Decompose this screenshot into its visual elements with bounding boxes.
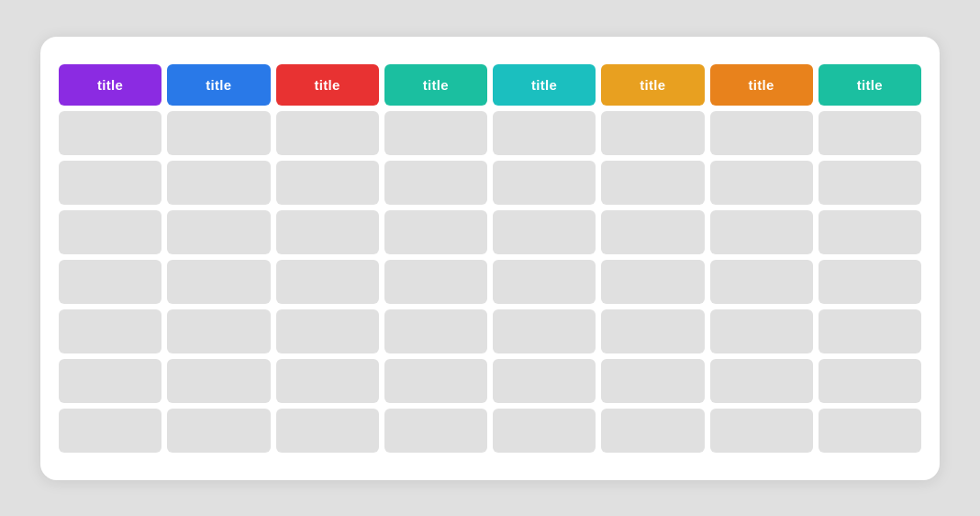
- data-cell-r4-c8: [819, 260, 921, 304]
- data-cell-r5-c1: [59, 309, 161, 353]
- data-cell-r4-c5: [493, 260, 596, 304]
- data-cell-r1-c3: [276, 111, 379, 155]
- data-cell-r2-c1: [59, 161, 161, 205]
- data-cell-r5-c5: [493, 309, 596, 353]
- data-cell-r5-c3: [276, 309, 379, 353]
- table-grid: titletitletitletitletitletitletitletitle: [59, 64, 921, 453]
- data-cell-r7-c3: [276, 409, 379, 453]
- data-cell-r6-c3: [276, 359, 379, 403]
- header-cell-1: title: [59, 64, 161, 106]
- data-cell-r4-c7: [710, 260, 813, 304]
- main-card: titletitletitletitletitletitletitletitle: [40, 37, 940, 480]
- data-cell-r7-c8: [819, 409, 921, 453]
- data-cell-r7-c2: [167, 409, 270, 453]
- table-wrapper: titletitletitletitletitletitletitletitle: [59, 64, 921, 453]
- data-cell-r1-c6: [601, 111, 704, 155]
- data-cell-r5-c2: [167, 309, 270, 353]
- data-cell-r7-c6: [601, 409, 704, 453]
- data-cell-r6-c5: [493, 359, 596, 403]
- data-cell-r4-c2: [167, 260, 270, 304]
- header-cell-2: title: [167, 64, 270, 106]
- data-cell-r5-c4: [384, 309, 487, 353]
- header-cell-4: title: [384, 64, 487, 106]
- data-cell-r3-c1: [59, 210, 161, 254]
- data-cell-r1-c1: [59, 111, 161, 155]
- data-cell-r2-c5: [493, 161, 596, 205]
- data-cell-r2-c8: [819, 161, 921, 205]
- data-cell-r4-c4: [384, 260, 487, 304]
- data-cell-r5-c7: [710, 309, 813, 353]
- data-cell-r1-c7: [710, 111, 813, 155]
- data-cell-r3-c7: [710, 210, 813, 254]
- data-cell-r2-c2: [167, 161, 270, 205]
- data-cell-r6-c7: [710, 359, 813, 403]
- data-cell-r2-c7: [710, 161, 813, 205]
- data-cell-r6-c6: [601, 359, 704, 403]
- data-cell-r7-c1: [59, 409, 161, 453]
- data-cell-r1-c5: [493, 111, 596, 155]
- data-cell-r3-c6: [601, 210, 704, 254]
- data-cell-r6-c8: [819, 359, 921, 403]
- header-cell-3: title: [276, 64, 379, 106]
- data-cell-r6-c1: [59, 359, 161, 403]
- data-cell-r1-c2: [167, 111, 270, 155]
- data-cell-r4-c6: [601, 260, 704, 304]
- header-cell-6: title: [601, 64, 704, 106]
- data-cell-r5-c6: [601, 309, 704, 353]
- data-cell-r3-c4: [384, 210, 487, 254]
- data-cell-r3-c5: [493, 210, 596, 254]
- data-cell-r7-c4: [384, 409, 487, 453]
- data-cell-r7-c5: [493, 409, 596, 453]
- data-cell-r1-c4: [384, 111, 487, 155]
- data-cell-r4-c3: [276, 260, 379, 304]
- header-cell-5: title: [493, 64, 596, 106]
- data-cell-r7-c7: [710, 409, 813, 453]
- header-cell-8: title: [819, 64, 921, 106]
- data-cell-r2-c3: [276, 161, 379, 205]
- data-cell-r3-c3: [276, 210, 379, 254]
- data-cell-r6-c2: [167, 359, 270, 403]
- header-cell-7: title: [710, 64, 813, 106]
- data-cell-r6-c4: [384, 359, 487, 403]
- data-cell-r1-c8: [819, 111, 921, 155]
- data-cell-r3-c8: [819, 210, 921, 254]
- data-cell-r5-c8: [819, 309, 921, 353]
- data-cell-r2-c6: [601, 161, 704, 205]
- data-cell-r2-c4: [384, 161, 487, 205]
- data-cell-r4-c1: [59, 260, 161, 304]
- data-cell-r3-c2: [167, 210, 270, 254]
